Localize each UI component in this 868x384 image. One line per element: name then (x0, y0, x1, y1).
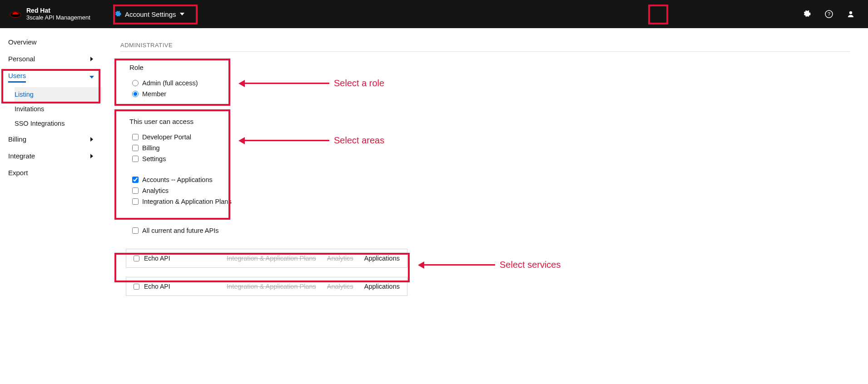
role-option-admin[interactable]: Admin (full access) (129, 78, 841, 89)
svg-point-3 (849, 11, 852, 14)
role-fieldset: Role Admin (full access) Member (120, 58, 850, 107)
access-checkbox-billing[interactable] (132, 145, 139, 151)
user-icon (847, 10, 854, 18)
api-row: Echo API Integration & Application Plans… (126, 249, 407, 268)
sidebar-item-listing[interactable]: Listing (15, 87, 102, 102)
app-header: Red Hat 3scale API Management Account Se… (0, 0, 868, 28)
brand-name: Red Hat (26, 7, 90, 14)
api-name: Echo API (144, 255, 212, 262)
chevron-down-icon (180, 12, 184, 16)
role-legend: Role (129, 64, 841, 71)
access-checkbox-integration-plans[interactable] (132, 198, 139, 205)
api-perm: Applications (364, 283, 400, 290)
chevron-down-icon (89, 75, 94, 79)
role-radio-admin[interactable] (132, 80, 139, 86)
role-option-member[interactable]: Member (129, 89, 841, 99)
access-fieldset: This user can access Developer Portal Bi… (120, 112, 850, 214)
access-checkbox-analytics[interactable] (132, 187, 139, 194)
access-option-analytics[interactable]: Analytics (129, 185, 841, 196)
all-apis-checkbox[interactable] (132, 227, 139, 234)
gear-icon (115, 11, 121, 17)
logo: Red Hat 3scale API Management (9, 7, 90, 21)
annotation-role: Select a role (243, 78, 384, 89)
svg-text:?: ? (828, 11, 830, 17)
api-row: Echo API Integration & Application Plans… (126, 277, 407, 296)
access-legend: This user can access (129, 118, 841, 125)
sidebar-submenu-users: Listing Invitations SSO Integrations (0, 87, 102, 131)
access-option-settings[interactable]: Settings (129, 153, 841, 164)
main-content: ADMINISTRATIVE Role Admin (full access) … (102, 28, 868, 319)
api-perm: Integration & Application Plans (227, 255, 316, 262)
api-perm: Applications (364, 255, 400, 262)
sidebar-item-users[interactable]: Users (0, 67, 102, 87)
access-option-devportal[interactable]: Developer Portal (129, 132, 841, 143)
help-button[interactable]: ? (821, 6, 837, 22)
help-icon: ? (825, 10, 833, 18)
chevron-right-icon (89, 57, 94, 61)
access-option-integration-plans[interactable]: Integration & Application Plans (129, 196, 841, 207)
all-apis-row: All current and future APIs (120, 220, 850, 243)
context-label: Account Settings (125, 10, 176, 18)
access-checkbox-devportal[interactable] (132, 134, 139, 140)
sidebar-item-personal[interactable]: Personal (0, 50, 102, 67)
access-option-accounts-apps[interactable]: Accounts -- Applications (129, 174, 841, 185)
sidebar-item-export[interactable]: Export (0, 164, 102, 181)
sidebar-item-overview[interactable]: Overview (0, 34, 102, 50)
access-checkbox-settings[interactable] (132, 156, 139, 162)
sidebar-item-integrate[interactable]: Integrate (0, 148, 102, 164)
api-perm: Integration & Application Plans (227, 283, 316, 290)
api-checkbox[interactable] (134, 256, 139, 261)
api-perm: Analytics (327, 283, 353, 290)
product-name: 3scale API Management (26, 15, 90, 21)
context-selector[interactable]: Account Settings (109, 7, 191, 22)
user-button[interactable] (843, 6, 859, 22)
role-radio-member[interactable] (132, 91, 139, 97)
header-actions: ? (799, 6, 859, 22)
chevron-right-icon (89, 137, 94, 142)
access-checkbox-accounts-apps[interactable] (132, 177, 139, 183)
annotation-areas: Select areas (243, 135, 384, 146)
sidebar-nav: Overview Personal Users Listing Invitati… (0, 28, 102, 319)
settings-button[interactable] (799, 6, 815, 22)
chevron-right-icon (89, 154, 94, 158)
access-option-billing[interactable]: Billing (129, 143, 841, 153)
api-name: Echo API (144, 283, 212, 290)
gear-icon (804, 10, 811, 18)
section-heading: ADMINISTRATIVE (120, 42, 850, 52)
all-apis-option[interactable]: All current and future APIs (129, 225, 841, 236)
annotation-services: Select services (422, 260, 561, 270)
sidebar-item-billing[interactable]: Billing (0, 131, 102, 148)
sidebar-item-sso-integrations[interactable]: SSO Integrations (15, 116, 102, 131)
api-perm: Analytics (327, 255, 353, 262)
api-checkbox[interactable] (134, 284, 139, 290)
sidebar-item-invitations[interactable]: Invitations (15, 102, 102, 116)
redhat-logo-icon (9, 8, 22, 20)
